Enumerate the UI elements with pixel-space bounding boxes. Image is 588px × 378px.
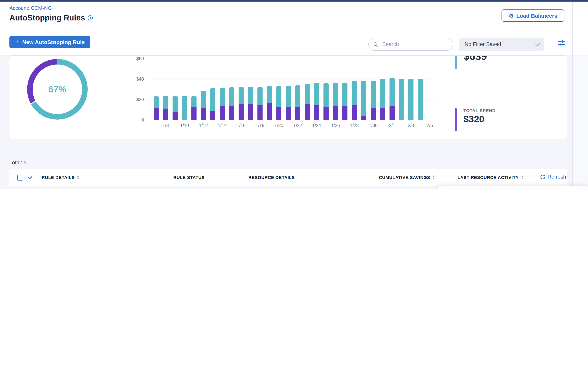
x-tick-label: 1/18 [252,123,268,128]
search-box[interactable] [368,38,453,51]
column-resource-details: RESOURCE DETAILS [248,175,295,180]
page-title: AutoStopping Rules i [9,13,93,22]
bar-1/26 [333,83,338,120]
column-rule-status: RULE STATUS [173,175,205,180]
bar-1/12 [201,91,206,120]
total-count: Total: 5 [9,160,26,166]
table-header-row: RULE DETAILS RULE STATUS RESOURCE DETAIL… [9,169,567,186]
plus-icon: + [15,39,19,45]
column-last-resource-activity[interactable]: LAST RESOURCE ACTIVITY [458,175,523,180]
filter-panel-icon[interactable] [558,39,565,47]
savings-donut-chart: 67% [27,59,88,120]
bar-1/25 [323,83,329,120]
search-icon [373,41,378,47]
bar-1/8 [163,96,168,120]
x-tick-label: 1/14 [214,123,230,128]
bar-1/15 [229,87,234,120]
bar-1/14 [220,88,225,120]
search-input[interactable] [381,41,448,48]
toolbar: + New AutoStopping Rule No Filter Saved [0,29,588,55]
x-tick-label: 1/22 [290,123,306,128]
refresh-icon [540,174,546,180]
right-panel [573,55,588,189]
bar-2/3 [408,79,413,120]
sort-icon [77,176,79,179]
bar-1/9 [173,96,178,120]
bar-1/17 [248,87,253,120]
y-axis-label: $20 [124,97,144,102]
bar-1/10 [182,95,187,120]
page-header: Account: CCM-NG AutoStopping Rules i ⚙ L… [0,1,588,29]
bar-1/16 [239,87,244,120]
permission-tooltip: You are not authorized to ccm_autostoppi… [437,186,588,189]
x-tick-label: 2/5 [422,123,438,128]
bar-1/27 [342,83,347,120]
x-tick-label: 1/28 [346,123,362,128]
x-tick-label: 1/30 [365,123,381,128]
bar-2/4 [418,79,423,120]
x-tick-label: 1/16 [233,123,249,128]
y-axis-label: $60 [124,56,144,61]
x-tick-label: 2/3 [403,123,419,128]
bar-1/24 [314,83,319,120]
bar-1/19 [267,86,272,120]
bar-1/18 [257,87,263,120]
refresh-button[interactable]: Refresh [540,174,566,180]
x-tick-label: 1/20 [271,123,287,128]
total-spend-value: $320 [463,114,485,125]
x-tick-label: 2/1 [384,123,400,128]
y-axis-label: 0 [124,118,144,122]
bar-1/7 [154,96,159,120]
chevron-down-icon [535,41,539,46]
bar-1/23 [305,84,310,120]
bar-1/21 [286,86,291,120]
bar-1/29 [361,81,366,120]
autostopping-rules-page: Account: CCM-NG AutoStopping Rules i ⚙ L… [0,0,588,189]
x-tick-label: 1/10 [177,123,192,128]
new-autostopping-rule-button[interactable]: + New AutoStopping Rule [9,36,90,48]
gear-icon: ⚙ [509,13,513,18]
column-rule-details[interactable]: RULE DETAILS [42,175,79,180]
bar-1/20 [276,86,281,120]
top-nav-bar [0,0,588,1]
summary-chart-card: 67% $60 $40 $20 0 1/81/101/121/141/161/1… [9,55,567,139]
bar-1/30 [371,81,376,120]
y-axis-label: $40 [124,77,144,81]
x-axis-labels: 1/81/101/121/141/161/181/201/221/241/261… [154,123,445,129]
bar-1/22 [295,85,300,120]
bar-1/31 [380,79,385,120]
x-tick-label: 1/24 [309,123,324,128]
column-cumulative-savings[interactable]: CUMULATIVE SAVINGS [379,175,435,180]
info-icon[interactable]: i [88,15,93,20]
x-tick-label: 1/12 [195,123,211,128]
savings-legend-swatch [455,55,457,69]
x-tick-label: 1/8 [158,123,174,128]
bar-2/1 [390,78,395,120]
bar-1/13 [210,88,215,120]
spend-legend-swatch [455,108,457,131]
sort-icon [521,176,523,179]
spend-savings-bar-chart [154,59,437,120]
total-savings-value: $639 [463,55,487,63]
bar-1/11 [192,96,196,120]
select-all-checkbox[interactable] [17,175,23,181]
bulk-actions-chevron-icon[interactable] [27,176,32,179]
saved-filter-select[interactable]: No Filter Saved [459,38,544,51]
sort-icon [433,176,435,179]
bar-1/28 [352,81,357,120]
donut-percentage-label: 67% [33,65,82,114]
load-balancers-button[interactable]: ⚙ Load Balancers [501,9,564,22]
x-tick-label: 1/26 [328,123,343,128]
total-spend-label: TOTAL SPEND [463,108,496,113]
breadcrumb-account-link[interactable]: Account: CCM-NG [9,5,52,11]
bar-2/2 [399,79,404,120]
